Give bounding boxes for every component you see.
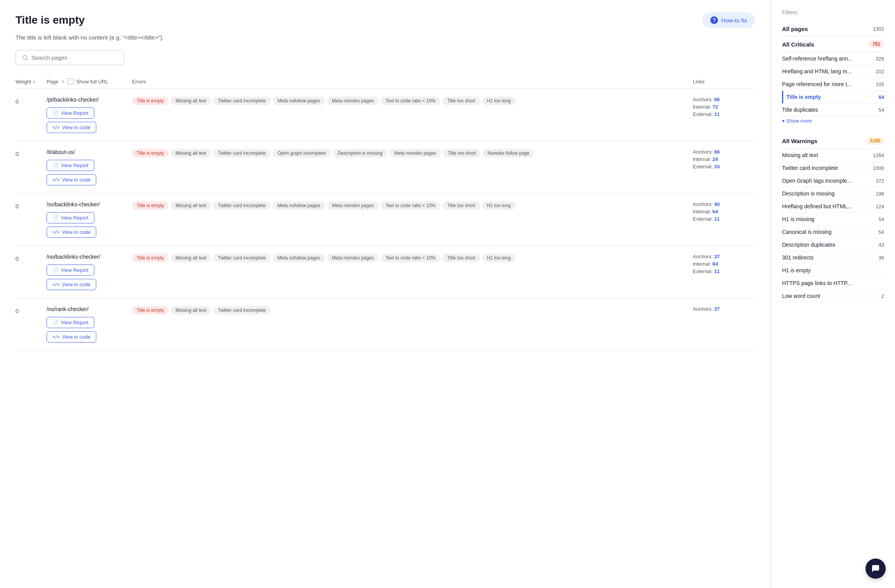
view-report-button[interactable]: 📄View Report: [47, 107, 94, 119]
filter-all-criticals[interactable]: All Criticals 751: [782, 36, 884, 52]
error-badge[interactable]: Title too short: [442, 201, 480, 210]
filter-row[interactable]: Missing alt text 1264: [782, 149, 884, 162]
warning-filter-label: Canonical is missing: [782, 229, 832, 235]
report-icon: 📄: [52, 215, 59, 221]
error-badge[interactable]: Twitter card incomplete: [213, 201, 271, 210]
filter-all-warnings[interactable]: All Warnings 3195: [782, 133, 884, 149]
search-input[interactable]: [31, 54, 118, 61]
table-row: 0/pt/backlinks-checker/📄View Report</>Vi…: [16, 89, 755, 141]
warning-filter-label: 301 redirects: [782, 254, 813, 261]
header-row: Title is empty ? How-to fix: [16, 12, 755, 28]
error-badge[interactable]: Open graph incomplete: [273, 149, 331, 157]
page-cell: /it/about-us/📄View Report</>View in code: [47, 149, 132, 185]
filter-row[interactable]: H1 is missing 54: [782, 213, 884, 226]
warnings-section: All Warnings 3195 Missing alt text 1264 …: [782, 133, 884, 303]
error-badge[interactable]: H1 too long: [482, 97, 515, 105]
external-count: External: 11: [693, 111, 755, 117]
error-badge[interactable]: Meta noindex pages: [327, 97, 378, 105]
page-url: /sv/backlinks-checker/: [47, 201, 132, 208]
warning-filter-count: 43: [879, 242, 884, 248]
error-badge[interactable]: Twitter card incomplete: [213, 97, 271, 105]
filter-row[interactable]: Canonical is missing 54: [782, 226, 884, 239]
weight-cell: 0: [16, 306, 47, 314]
view-report-button[interactable]: 📄View Report: [47, 160, 94, 171]
error-badge[interactable]: Twitter card incomplete: [213, 306, 271, 315]
filter-row[interactable]: Hreflang and HTML lang m... 202: [782, 65, 884, 78]
warning-filter-count: 198: [876, 191, 884, 197]
error-badge[interactable]: Meta nofollow pages: [273, 254, 325, 262]
error-badge[interactable]: Title too short: [442, 97, 480, 105]
filter-row[interactable]: Self-reference hreflang ann... 326: [782, 52, 884, 65]
error-badge[interactable]: Meta noindex pages: [327, 201, 378, 210]
view-in-code-button[interactable]: </>View in code: [47, 279, 96, 290]
error-badge[interactable]: Twitter card incomplete: [213, 254, 271, 262]
weight-cell: 0: [16, 201, 47, 209]
help-icon: ?: [710, 16, 718, 24]
critical-filter-label: Hreflang and HTML lang m...: [782, 68, 852, 74]
error-badge[interactable]: Title is empty: [132, 201, 168, 210]
error-badge[interactable]: H1 too long: [482, 201, 515, 210]
filter-row[interactable]: Twitter card incomplete 1000: [782, 162, 884, 175]
show-full-url-checkbox[interactable]: [68, 78, 74, 85]
filter-row[interactable]: Hreflang defined but HTML... 124: [782, 200, 884, 213]
view-in-code-button[interactable]: </>View in code: [47, 122, 96, 133]
all-warnings-badge: 3195: [866, 137, 884, 145]
view-report-button[interactable]: 📄View Report: [47, 265, 94, 276]
filter-row[interactable]: Low word count 2: [782, 290, 884, 303]
filter-row[interactable]: Open Graph tags incomple... 372: [782, 175, 884, 187]
show-more-criticals[interactable]: ▾ Show more: [782, 116, 884, 125]
error-badge[interactable]: Missing alt text: [171, 201, 211, 210]
filter-row[interactable]: 301 redirects 36: [782, 251, 884, 264]
error-badge[interactable]: Missing alt text: [171, 306, 211, 315]
error-badge[interactable]: Text to code ratio < 10%: [381, 201, 440, 210]
view-report-button[interactable]: 📄View Report: [47, 317, 94, 328]
error-badge[interactable]: Meta noindex pages: [327, 254, 378, 262]
warning-filter-count: 372: [876, 178, 884, 184]
view-report-button[interactable]: 📄View Report: [47, 212, 94, 223]
error-badge[interactable]: Noindex follow page: [483, 149, 534, 157]
page-cell: /no/rank-checker/📄View Report</>View in …: [47, 306, 132, 342]
error-badge[interactable]: Text to code ratio < 10%: [381, 97, 440, 105]
error-badge[interactable]: Title is empty: [132, 306, 168, 315]
error-badge[interactable]: Title is empty: [132, 149, 168, 157]
errors-cell: Title is emptyMissing alt textTwitter ca…: [132, 254, 693, 262]
filter-row[interactable]: Page referenced for more t... 105: [782, 78, 884, 91]
error-badge[interactable]: Missing alt text: [171, 254, 211, 262]
weight-cell: 0: [16, 149, 47, 157]
filter-row[interactable]: Description duplicates 43: [782, 239, 884, 251]
filter-row[interactable]: HTTPS page links to HTTP...: [782, 277, 884, 290]
view-in-code-button[interactable]: </>View in code: [47, 174, 96, 185]
page-cell: /pt/backlinks-checker/📄View Report</>Vie…: [47, 97, 132, 133]
error-badge[interactable]: Meta nofollow pages: [273, 97, 325, 105]
how-to-fix-button[interactable]: ? How-to fix: [702, 12, 755, 28]
show-full-url-toggle[interactable]: Show full URL: [68, 78, 108, 85]
links-cell: Anchors: 37: [693, 306, 755, 312]
errors-col-header: Errors: [132, 79, 693, 85]
error-badge[interactable]: Meta noindex pages: [390, 149, 441, 157]
filter-row[interactable]: Description is missing 198: [782, 187, 884, 200]
error-badge[interactable]: Title is empty: [132, 254, 168, 262]
filter-row[interactable]: Title is empty 64: [782, 91, 884, 104]
error-badge[interactable]: Description is missing: [333, 149, 387, 157]
error-badge[interactable]: Meta nofollow pages: [273, 201, 325, 210]
anchors-count: Anchors: 37: [693, 306, 755, 312]
view-in-code-button[interactable]: </>View in code: [47, 331, 96, 342]
error-badge[interactable]: Title too short: [443, 149, 480, 157]
row-actions: 📄View Report</>View in code: [47, 212, 132, 238]
filter-all-pages[interactable]: All pages 1302: [782, 22, 884, 36]
error-badge[interactable]: Twitter card incomplete: [213, 149, 271, 157]
warning-filter-count: 54: [879, 229, 884, 235]
error-badge[interactable]: Title too short: [442, 254, 480, 262]
filter-row[interactable]: H1 is empty: [782, 264, 884, 277]
view-in-code-button[interactable]: </>View in code: [47, 227, 96, 238]
weight-col-header[interactable]: Weight ⇅: [16, 79, 47, 85]
chat-button[interactable]: [866, 559, 886, 579]
error-badge[interactable]: Title is empty: [132, 97, 168, 105]
error-badge[interactable]: Missing alt text: [171, 97, 211, 105]
search-bar: [16, 50, 124, 65]
error-badge[interactable]: H1 too long: [482, 254, 515, 262]
weight-cell: 0: [16, 97, 47, 105]
error-badge[interactable]: Text to code ratio < 10%: [381, 254, 440, 262]
filter-row[interactable]: Title duplicates 54: [782, 104, 884, 116]
error-badge[interactable]: Missing alt text: [171, 149, 211, 157]
